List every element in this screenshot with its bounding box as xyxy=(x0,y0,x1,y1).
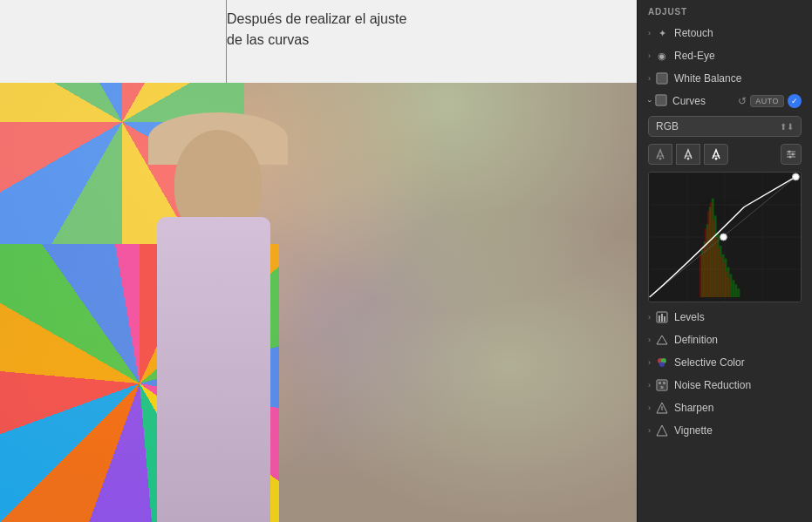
levels-icon xyxy=(655,310,669,324)
noise-reduction-label: Noise Reduction xyxy=(674,379,751,391)
annotation-line2: de las curvas xyxy=(227,30,406,51)
svg-rect-47 xyxy=(723,263,726,297)
vignette-label: Vignette xyxy=(674,424,713,437)
svg-rect-38 xyxy=(699,254,702,297)
levels-label: Levels xyxy=(674,311,705,323)
chevron-red-eye-icon: › xyxy=(648,51,651,60)
annotation-text: Después de realizar el ajuste de las cur… xyxy=(227,9,406,51)
sidebar-item-definition[interactable]: › Definition xyxy=(638,329,812,351)
retouch-label: Retouch xyxy=(674,27,713,39)
curves-icon xyxy=(655,94,667,108)
svg-point-13 xyxy=(788,151,791,153)
chevron-noise-reduction-icon: › xyxy=(648,381,651,390)
chevron-definition-icon: › xyxy=(648,336,651,344)
svg-rect-41 xyxy=(707,211,710,297)
svg-point-60 xyxy=(659,362,665,367)
red-eye-label: Red-Eye xyxy=(674,50,715,62)
sidebar-item-noise-reduction[interactable]: › Noise Reduction xyxy=(638,374,812,397)
curves-header[interactable]: › Curves ↺ AUTO ✓ xyxy=(638,90,812,112)
curves-channel-label: RGB xyxy=(656,120,679,132)
svg-rect-35 xyxy=(732,280,734,297)
chevron-retouch-icon: › xyxy=(648,29,651,37)
svg-rect-37 xyxy=(737,288,740,297)
noise-reduction-icon xyxy=(655,378,669,392)
svg-rect-48 xyxy=(725,271,727,297)
chevron-selective-color-icon: › xyxy=(648,358,651,367)
white-balance-icon xyxy=(655,71,669,85)
chevron-sharpen-icon: › xyxy=(648,403,651,412)
sidebar-item-vignette[interactable]: › Vignette xyxy=(638,419,812,442)
svg-rect-54 xyxy=(658,315,660,322)
svg-point-52 xyxy=(792,173,799,180)
svg-rect-36 xyxy=(734,284,737,297)
svg-rect-55 xyxy=(661,314,663,322)
person-body xyxy=(157,217,270,522)
panel-header: ADJUST xyxy=(638,0,812,22)
svg-point-9 xyxy=(715,158,718,160)
distribute-tones-button[interactable] xyxy=(781,144,802,165)
sidebar-item-red-eye[interactable]: › ◉ Red-Eye xyxy=(638,44,812,67)
svg-point-5 xyxy=(659,158,662,160)
curves-channel-dropdown[interactable]: RGB ⬆⬇ xyxy=(648,116,802,137)
eyedropper-tools xyxy=(638,140,812,168)
chevron-curves-icon: › xyxy=(645,100,654,103)
dropdown-arrow-icon: ⬆⬇ xyxy=(780,122,794,132)
red-eye-icon: ◉ xyxy=(655,49,669,63)
definition-icon xyxy=(655,333,669,347)
curves-confirm-button[interactable]: ✓ xyxy=(788,94,802,108)
curves-reset-button[interactable]: ↺ xyxy=(738,95,747,107)
selective-color-label: Selective Color xyxy=(674,356,745,369)
chevron-wb-icon: › xyxy=(648,74,651,83)
svg-rect-45 xyxy=(718,248,720,297)
right-panel: ADJUST › ✦ Retouch › ◉ Red-Eye › White B… xyxy=(637,0,812,522)
chevron-levels-icon: › xyxy=(648,313,651,322)
person-area xyxy=(105,104,366,522)
panel-items-bottom: › Levels › Definition › xyxy=(638,306,812,522)
main-content: Después de realizar el ajuste de las cur… xyxy=(0,0,812,522)
svg-point-15 xyxy=(789,156,792,159)
photo-area: Después de realizar el ajuste de las cur… xyxy=(0,0,637,522)
svg-rect-40 xyxy=(705,228,707,297)
vignette-icon xyxy=(655,424,669,437)
sidebar-item-sharpen[interactable]: › Sharpen xyxy=(638,397,812,419)
curves-auto-button[interactable]: AUTO xyxy=(750,95,784,107)
sidebar-item-selective-color[interactable]: › Selective Color xyxy=(638,351,812,374)
curves-graph[interactable] xyxy=(648,172,802,302)
svg-point-7 xyxy=(687,158,690,160)
sidebar-item-retouch[interactable]: › ✦ Retouch xyxy=(638,22,812,44)
retouch-icon: ✦ xyxy=(655,26,669,40)
svg-rect-49 xyxy=(727,277,730,297)
curves-controls: ↺ AUTO ✓ xyxy=(738,94,802,108)
sidebar-item-levels[interactable]: › Levels xyxy=(638,306,812,329)
definition-label: Definition xyxy=(674,334,718,346)
eyedropper-shadows-button[interactable] xyxy=(648,144,672,165)
svg-rect-1 xyxy=(658,74,666,83)
annotation-overlay: Después de realizar el ajuste de las cur… xyxy=(0,0,637,83)
selective-color-icon xyxy=(655,356,669,369)
sidebar-item-white-balance[interactable]: › White Balance xyxy=(638,67,812,90)
svg-rect-64 xyxy=(663,382,665,384)
svg-point-14 xyxy=(792,153,795,156)
sharpen-label: Sharpen xyxy=(674,402,713,414)
annotation-line1: Después de realizar el ajuste xyxy=(227,9,406,30)
white-balance-label: White Balance xyxy=(674,72,741,85)
chevron-vignette-icon: › xyxy=(648,426,651,435)
svg-rect-65 xyxy=(661,386,664,389)
svg-point-51 xyxy=(720,234,727,241)
svg-rect-63 xyxy=(658,382,661,384)
svg-rect-43 xyxy=(713,220,715,297)
svg-marker-57 xyxy=(657,336,667,344)
svg-marker-68 xyxy=(657,425,667,436)
svg-rect-42 xyxy=(710,203,713,298)
svg-rect-56 xyxy=(664,316,665,322)
svg-rect-44 xyxy=(715,237,718,297)
eyedropper-highlights-button[interactable] xyxy=(704,144,728,165)
svg-rect-46 xyxy=(720,257,723,297)
eyedropper-midtones-button[interactable] xyxy=(676,144,700,165)
sharpen-icon xyxy=(655,401,669,415)
curves-label: Curves xyxy=(672,95,706,107)
curves-section: › Curves ↺ AUTO ✓ RGB ⬆⬇ xyxy=(638,90,812,306)
svg-rect-3 xyxy=(657,96,665,105)
